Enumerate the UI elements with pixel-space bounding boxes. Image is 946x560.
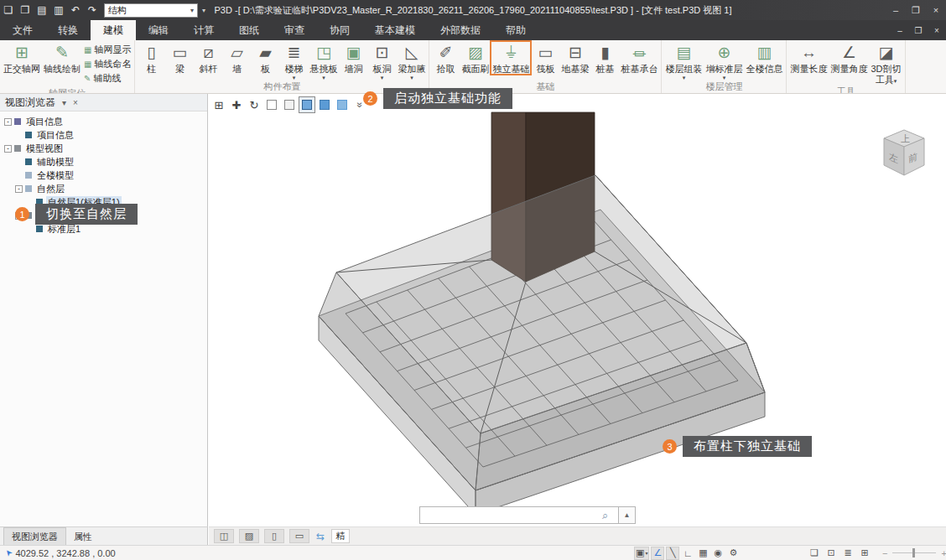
panel-tab-视图浏览器[interactable]: 视图浏览器	[3, 527, 66, 545]
shaded-edges-cube-icon[interactable]	[299, 96, 315, 113]
minimize-button[interactable]: –	[886, 0, 906, 20]
ribbon-button-斜杆[interactable]: ⧄斜杆	[194, 41, 222, 75]
ribbon-button-截面刷[interactable]: ▨截面刷	[460, 41, 491, 75]
zoom-out-button[interactable]: −	[882, 548, 887, 558]
ribbon-button-梁加腋[interactable]: ◺梁加腋▾	[396, 41, 427, 80]
menu-tab-基本建模[interactable]: 基本建模	[362, 20, 428, 40]
dynamic-view-icon[interactable]: ◉	[711, 547, 725, 560]
ribbon-button-正交轴网[interactable]: ⊞正交轴网	[2, 41, 42, 75]
toolbar-options-icon[interactable]: ▾	[202, 7, 205, 14]
ribbon-button-独立基础[interactable]: ⏚独立基础	[491, 41, 531, 75]
ribbon-small-轴线命名[interactable]: ▦轴线命名	[84, 58, 131, 70]
ribbon-button-板[interactable]: ▰板	[251, 41, 279, 75]
menu-tab-文件[interactable]: 文件	[0, 20, 45, 40]
tree-item-项目信息[interactable]: 项目信息	[2, 128, 205, 142]
3d-viewport[interactable]: ⊞✚↻» 上	[209, 94, 946, 526]
orbit-icon[interactable]: ↻	[246, 96, 262, 113]
ribbon-button-楼层组装[interactable]: ▤楼层组装▾	[663, 41, 704, 80]
ribbon-button-悬挑板[interactable]: ◳悬挑板▾	[308, 41, 339, 80]
ribbon-button-柱[interactable]: ▯柱	[137, 41, 165, 75]
ribbon-button-拾取[interactable]: ✐拾取	[431, 41, 460, 75]
wireframe-cube-icon[interactable]	[263, 96, 280, 113]
menu-tab-建模[interactable]: 建模	[91, 20, 136, 40]
undo-icon[interactable]: ↶	[67, 4, 84, 16]
restore-button[interactable]: ❐	[906, 0, 926, 20]
menu-tab-计算[interactable]: 计算	[181, 20, 226, 40]
ribbon-button-墙[interactable]: ▱墙	[222, 41, 251, 75]
ribbon-button-筏板[interactable]: ▭筏板	[531, 41, 559, 75]
settings-gear-icon[interactable]: ⚙	[726, 547, 740, 560]
pan-icon[interactable]: ✚	[228, 96, 245, 113]
tree-item-自然层[interactable]: -自然层	[2, 182, 205, 195]
object-snap-icon[interactable]: ▣▾	[634, 547, 649, 560]
mode-dropdown[interactable]: 结构 ▾	[104, 3, 198, 18]
ribbon-button-梁[interactable]: ▭梁	[165, 41, 194, 75]
zoom-extents-icon[interactable]: ⊞	[211, 96, 227, 113]
single-window-icon[interactable]: ⊡	[824, 547, 838, 560]
ribbon-button-地基梁[interactable]: ⊟地基梁	[559, 41, 590, 75]
tree-item-全楼模型[interactable]: 全楼模型	[2, 169, 205, 182]
zoom-slider-track[interactable]	[892, 552, 936, 553]
wall-display-icon[interactable]: ▭	[289, 529, 309, 543]
dimension-toggle-icon[interactable]: ⇆	[316, 531, 325, 542]
new-file-icon[interactable]: ❏	[0, 4, 17, 16]
tree-expander-icon[interactable]: -	[4, 145, 12, 153]
beam-display-icon[interactable]: ▨	[239, 529, 259, 543]
precision-toggle-button[interactable]: 精	[331, 529, 350, 543]
doc-restore-button[interactable]: ❐	[909, 20, 928, 40]
fit-window-icon[interactable]: ⊞	[858, 547, 871, 560]
close-button[interactable]: ×	[926, 0, 946, 20]
3d-model-canvas[interactable]	[209, 94, 946, 526]
panel-close-icon[interactable]: ×	[73, 98, 78, 107]
tree-item-项目信息[interactable]: -项目信息	[2, 115, 205, 128]
tree-item-辅助模型[interactable]: 辅助模型	[2, 155, 205, 169]
tree-item-模型视图[interactable]: -模型视图	[2, 142, 205, 155]
ribbon-button-桩基[interactable]: ▮桩基	[590, 41, 619, 75]
zoom-in-button[interactable]: +	[941, 548, 946, 558]
doc-minimize-button[interactable]: –	[891, 20, 909, 40]
ribbon-button-墙洞[interactable]: ▣墙洞	[339, 41, 367, 75]
panel-collapse-icon[interactable]: ▾	[62, 98, 66, 107]
new-window-icon[interactable]: ❏	[808, 547, 821, 560]
tree-expander-icon[interactable]: -	[4, 118, 12, 126]
ribbon-button-增标准层[interactable]: ⊕增标准层▾	[704, 41, 744, 80]
hidden-line-cube-icon[interactable]	[281, 96, 298, 113]
ribbon-button-全楼信息[interactable]: ▥全楼信息	[744, 41, 784, 75]
polar-tracking-icon[interactable]: ∠	[651, 547, 664, 560]
ribbon-small-轴网显示[interactable]: ▦轴网显示	[84, 44, 131, 56]
ribbon-button-测量角度[interactable]: ∠测量角度	[829, 41, 869, 75]
menu-tab-审查[interactable]: 审查	[272, 20, 317, 40]
ribbon-button-轴线绘制[interactable]: ✎轴线绘制	[42, 41, 82, 75]
menu-tab-图纸[interactable]: 图纸	[226, 20, 272, 40]
save-icon[interactable]: ▤	[34, 4, 50, 16]
viewcube-top-label[interactable]: 上	[901, 133, 910, 143]
shaded-cube-icon[interactable]	[316, 96, 333, 113]
ribbon-button-桩基承台[interactable]: ⏛桩基承台	[619, 41, 659, 75]
menu-tab-外部数据[interactable]: 外部数据	[428, 20, 493, 40]
column-display-icon[interactable]: ▯	[264, 529, 284, 543]
grid-display-icon[interactable]: ▦	[696, 547, 710, 560]
ribbon-button-测量长度[interactable]: ↔测量长度	[788, 41, 829, 75]
snap-tracking-icon[interactable]: ╲	[666, 547, 679, 560]
view-cube[interactable]: 上 左 前	[881, 127, 928, 179]
doc-close-button[interactable]: ×	[928, 20, 946, 40]
ribbon-small-辅助线[interactable]: ✎辅助线	[84, 72, 131, 85]
slab-display-icon[interactable]: ◫	[214, 529, 234, 543]
menu-tab-转换[interactable]: 转换	[45, 20, 91, 40]
ortho-mode-icon[interactable]: ∟	[681, 547, 694, 560]
search-input[interactable]	[419, 506, 619, 524]
redo-icon[interactable]: ↷	[84, 4, 101, 16]
menu-tab-协同[interactable]: 协同	[317, 20, 362, 40]
tree-expander-icon[interactable]: -	[15, 185, 23, 193]
zoom-slider-handle[interactable]	[912, 548, 915, 557]
ribbon-button-3D剖切[interactable]: ◪3D剖切工具▾	[869, 41, 902, 86]
panel-tab-属性[interactable]: 属性	[66, 528, 100, 545]
ribbon-button-板洞[interactable]: ⊡板洞▾	[367, 41, 396, 80]
cascade-windows-icon[interactable]: ≣	[841, 547, 855, 560]
search-expand-button[interactable]: ▲	[619, 506, 636, 524]
save-all-icon[interactable]: ▥	[50, 4, 67, 16]
menu-tab-编辑[interactable]: 编辑	[136, 20, 181, 40]
open-file-icon[interactable]: ❐	[17, 4, 34, 16]
ribbon-button-楼梯[interactable]: ≣楼梯▾	[279, 41, 308, 80]
menu-tab-帮助[interactable]: 帮助	[493, 20, 538, 40]
